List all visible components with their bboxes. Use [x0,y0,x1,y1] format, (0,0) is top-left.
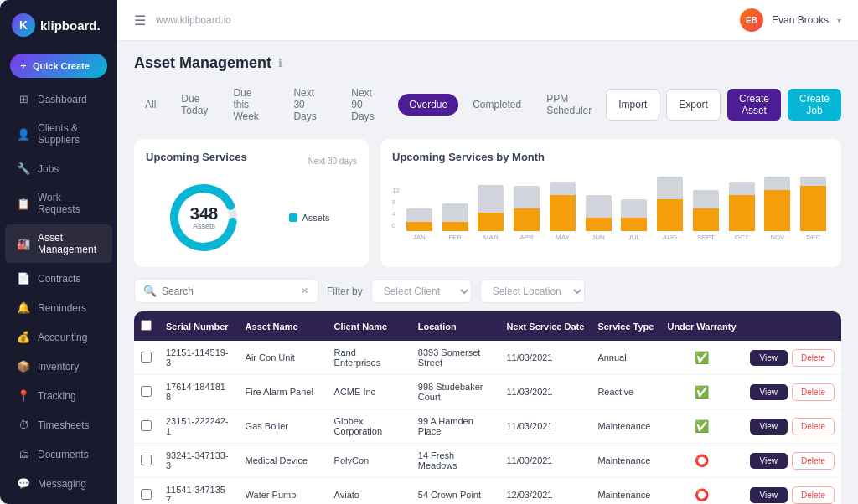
create-asset-button[interactable]: Create Asset [727,89,781,121]
sidebar-item-tracking[interactable]: 📍 Tracking [5,382,112,409]
tab-due-this-week[interactable]: Due this Week [222,82,279,127]
tab-actions: Import Export Create Asset Create Job [606,89,841,121]
cell-asset: Gas Boiler [239,409,328,444]
chevron-down-icon[interactable]: ▾ [837,16,841,25]
sidebar-item-label: Asset Management [38,232,101,255]
table-row: 93241-347133-3 Medical Device PolyCon 14… [134,444,841,478]
view-button[interactable]: View [750,419,788,435]
col-service: Service Type [591,311,660,341]
asset-management-icon: 🏭 [17,238,30,250]
sidebar-item-form-builder[interactable]: ✏️ Form Builder [5,499,112,504]
view-button[interactable]: View [750,350,788,366]
legend-item-assets[interactable]: Assets [282,210,336,225]
select-all-checkbox[interactable] [141,320,152,331]
sidebar-item-documents[interactable]: 🗂 Documents [5,440,112,468]
bar-label: JUN [592,234,605,241]
cell-warranty: ✅ [660,375,742,409]
sidebar-item-jobs[interactable]: 🔧 Jobs [5,155,112,183]
cell-service: Annual [591,341,660,375]
sidebar-item-accounting[interactable]: 💰 Accounting [5,323,112,351]
col-client: Client Name [328,311,411,341]
cell-location: 54 Crown Point [411,478,500,505]
bar-yellow [800,186,826,231]
tab-all[interactable]: All [134,94,167,116]
col-serial: Serial Number [159,311,239,341]
export-button[interactable]: Export [666,89,721,121]
legend: Assets [282,210,336,225]
topbar-right: EB Evan Brooks ▾ [740,8,841,32]
page-title: Asset Management [134,54,271,72]
cell-actions: View Delete [743,444,841,478]
sidebar-item-contracts[interactable]: 📄 Contracts [5,265,112,292]
location-select[interactable]: Select Location [480,280,585,303]
sidebar-item-clients[interactable]: 👤 Clients & Suppliers [5,115,112,153]
y-axis-label: 8 [392,198,400,206]
hamburger-icon[interactable]: ☰ [134,13,146,28]
bar-yellow [514,208,540,231]
row-checkbox[interactable] [141,352,152,363]
view-button[interactable]: View [750,453,788,469]
messaging-icon: 💬 [17,477,30,490]
bar-group: DEC [797,177,830,241]
donut-number: 348 [190,205,218,222]
warranty-check-gray: ⭕ [695,454,709,467]
quick-create-label: Quick Create [33,61,90,71]
bar-group: AUG [654,177,686,241]
delete-button[interactable]: Delete [792,383,835,401]
info-icon[interactable]: ℹ [278,57,282,69]
sidebar-item-dashboard[interactable]: ⊞ Dashboard [5,85,112,113]
plus-icon: ＋ [18,59,28,72]
donut-text: Assets [190,222,218,230]
row-checkbox[interactable] [141,386,152,397]
cell-warranty: ⭕ [660,478,742,505]
bar-label: FEB [448,234,462,241]
create-job-button[interactable]: Create Job [788,89,841,121]
col-actions [743,311,841,341]
quick-create-button[interactable]: ＋ Quick Create [10,54,107,78]
cell-serial: 17614-184181-8 [159,375,239,409]
row-checkbox[interactable] [141,489,152,500]
cell-actions: View Delete [743,341,841,375]
clear-icon[interactable]: ✕ [301,285,308,296]
bar-yellow [442,222,468,231]
bar-gray [406,208,432,222]
tab-due-today[interactable]: Due Today [170,88,219,121]
row-checkbox[interactable] [141,420,152,431]
cell-service: Maintenance [591,478,660,505]
delete-button[interactable]: Delete [792,452,835,470]
user-name: Evan Brooks [772,14,829,26]
sidebar-item-reminders[interactable]: 🔔 Reminders [5,294,112,321]
accounting-icon: 💰 [17,331,30,343]
tracking-icon: 📍 [17,389,30,402]
client-select[interactable]: Select Client [371,280,472,303]
row-checkbox[interactable] [141,455,152,465]
tab-ppm-scheduler[interactable]: PPM Scheduler [535,88,602,121]
tab-overdue[interactable]: Overdue [398,94,458,116]
delete-button[interactable]: Delete [792,418,835,435]
tab-completed[interactable]: Completed [462,94,532,116]
cell-service: Maintenance [591,409,660,444]
sidebar-item-work-requests[interactable]: 📋 Work Requests [5,184,112,223]
logo: K klipboard. [0,0,117,50]
upcoming-services-card: Upcoming Services Next 30 days 348 Asset… [134,139,369,267]
bar-chart: JANFEBMARAPRMAYJUNJULAUGSEPTOCTNOVDEC [403,170,830,241]
sidebar-item-asset-management[interactable]: 🏭 Asset Management [5,224,112,263]
view-button[interactable]: View [750,487,788,503]
sidebar-item-inventory[interactable]: 📦 Inventory [5,352,112,380]
tab-next-30-days[interactable]: Next 30 Days [282,82,337,127]
bar-chart-area: 12 8 4 0 JANFEBMARAPRMAYJUNJULAUGSEPTOCT… [392,170,830,241]
tab-next-90-days[interactable]: Next 90 Days [340,82,395,127]
bar-gray [586,195,612,218]
search-input[interactable] [162,285,296,297]
donut-chart: 348 Assets [166,180,241,255]
import-button[interactable]: Import [606,89,659,121]
topbar-left: ☰ www.klipboard.io [134,13,231,28]
view-button[interactable]: View [750,384,788,400]
delete-button[interactable]: Delete [792,486,835,504]
sidebar-item-timesheets[interactable]: ⏱ Timesheets [5,411,112,439]
bar-gray [729,182,755,195]
delete-button[interactable]: Delete [792,349,835,367]
sidebar-item-messaging[interactable]: 💬 Messaging [5,470,112,497]
bar-group: JUN [582,177,615,241]
sidebar: K klipboard. ＋ Quick Create ⊞ Dashboard … [0,0,117,504]
